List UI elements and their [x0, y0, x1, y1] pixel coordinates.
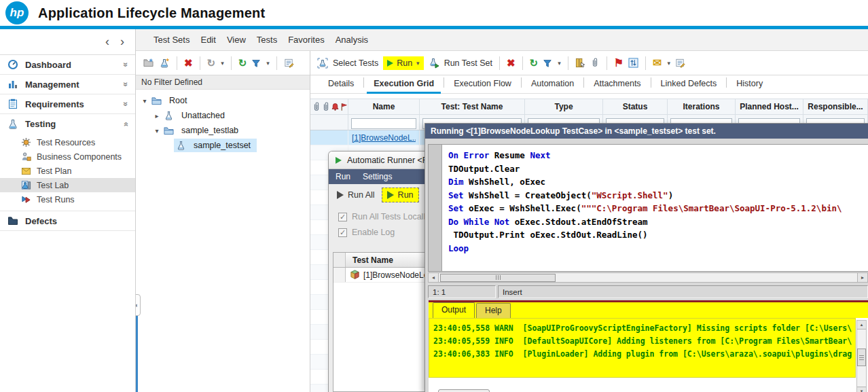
mail-icon[interactable]: ✉ — [653, 58, 662, 69]
paperclip-icon[interactable] — [590, 58, 600, 68]
runner-run-button[interactable]: Run — [382, 188, 419, 202]
comments-icon[interactable] — [284, 58, 294, 68]
dropdown-caret-icon[interactable]: ▾ — [558, 60, 561, 67]
collapse-icon[interactable]: ▾ — [152, 127, 162, 135]
partially-visible-button[interactable] — [438, 389, 490, 392]
run-all-button[interactable]: Run All — [337, 190, 375, 200]
sidebar-item-label: Test Resources — [37, 138, 95, 147]
scrollbar-thumb[interactable] — [440, 274, 556, 282]
column-header-planned-host[interactable]: Planned Host... — [736, 99, 803, 115]
tab-execution-grid[interactable]: Execution Grid — [364, 75, 444, 93]
runner-menu-settings[interactable]: Settings — [363, 172, 392, 181]
delete-icon[interactable]: ✖ — [184, 58, 193, 68]
column-header-status[interactable]: Status — [603, 99, 668, 115]
scroll-down-icon[interactable]: ▾ — [857, 387, 866, 392]
sidebar-item-business-components[interactable]: Business Components — [0, 149, 135, 164]
code-line: Set WshShell = CreateObject("WScript.She… — [448, 189, 842, 202]
run-test-set-icon[interactable] — [429, 58, 439, 69]
tab-attachments[interactable]: Attachments — [584, 75, 650, 93]
vbscript-code[interactable]: On Error Resume NextTDOutput.ClearDim Ws… — [442, 145, 842, 271]
checkbox-run-all-tests-locally[interactable]: ✓ — [338, 213, 347, 221]
scroll-left-icon[interactable]: ◂ — [429, 273, 439, 282]
sidebar-item-management[interactable]: Management» — [0, 75, 135, 94]
select-tests-button[interactable]: Select Tests — [333, 58, 378, 68]
sidebar-item-label: Management — [25, 79, 124, 90]
forward-icon[interactable]: › — [120, 35, 124, 49]
columns-icon[interactable] — [575, 58, 585, 68]
output-tab-output[interactable]: Output — [433, 302, 475, 318]
test-name-column-header[interactable]: Test Name — [346, 253, 393, 267]
scroll-up-icon[interactable]: ▴ — [857, 321, 866, 329]
sidebar-item-test-resources[interactable]: Test Resources — [0, 135, 135, 149]
sidebar-item-test-lab[interactable]: Test Lab — [0, 178, 135, 192]
filter-icon[interactable] — [543, 58, 552, 68]
tree-node-unattached[interactable]: ▸Unattached — [136, 108, 310, 123]
menu-edit[interactable]: Edit — [200, 35, 215, 45]
script-editor[interactable]: On Error Resume NextTDOutput.ClearDim Ws… — [428, 144, 868, 272]
sidebar-item-test-plan[interactable]: Test Plan — [0, 164, 135, 178]
output-tab-bar: OutputHelp — [429, 302, 868, 318]
dropdown-caret-icon[interactable]: ▾ — [221, 60, 224, 67]
scrollbar-thumb[interactable] — [857, 349, 866, 366]
expand-icon[interactable]: ▸ — [152, 112, 162, 120]
column-header-name[interactable]: Name — [348, 99, 420, 115]
menu-tests[interactable]: Tests — [257, 35, 277, 45]
collapse-icon[interactable]: » — [122, 122, 131, 126]
new-folder-icon[interactable] — [143, 58, 154, 68]
run-test-set-button[interactable]: Run Test Set — [444, 58, 492, 68]
editor-mode: Insert — [498, 285, 868, 298]
collapse-icon[interactable]: ▾ — [140, 97, 149, 105]
sidebar-item-test-runs[interactable]: Test Runs — [0, 192, 135, 207]
column-header-test-test-name[interactable]: Test: Test Name — [420, 99, 525, 115]
sidebar-item-testing[interactable]: Testing» — [0, 114, 135, 134]
sort-icon[interactable] — [628, 58, 638, 68]
menu-analysis[interactable]: Analysis — [336, 35, 368, 45]
output-tab-help[interactable]: Help — [476, 303, 511, 318]
pane-collapse-handle[interactable]: ◂ — [136, 294, 141, 316]
dropdown-caret-icon[interactable]: ▾ — [266, 60, 270, 67]
output-log[interactable]: 23:40:05,558 WARN [SoapUIProGroovyScript… — [429, 318, 856, 378]
sidebar-item-dashboard[interactable]: Dashboard» — [0, 55, 135, 75]
running-dialog-titlebar[interactable]: Running <[1]BrowseNodeLookup TestCase> i… — [425, 124, 868, 139]
new-test-set-icon[interactable] — [159, 58, 170, 69]
tab-details[interactable]: Details — [319, 75, 363, 93]
expand-icon[interactable]: » — [122, 63, 131, 67]
menu-test-sets[interactable]: Test Sets — [153, 35, 189, 45]
tab-linked-defects[interactable]: Linked Defects — [651, 75, 727, 93]
menu-view[interactable]: View — [227, 35, 246, 45]
tab-automation[interactable]: Automation — [522, 75, 583, 93]
expand-icon[interactable]: » — [122, 82, 131, 87]
editor-horizontal-scrollbar[interactable]: ◂ ▸ — [428, 272, 868, 283]
run-button[interactable]: Run ▾ — [383, 56, 423, 70]
expand-icon[interactable]: » — [122, 102, 131, 107]
flag-icon[interactable]: ⚑ — [614, 58, 623, 69]
select-tests-icon[interactable] — [317, 58, 328, 69]
delete-icon[interactable]: ✖ — [507, 58, 516, 68]
tree-node-body: Root — [149, 94, 193, 107]
refresh-icon[interactable]: ↻ — [238, 58, 247, 68]
checkbox-enable-log[interactable]: ✓ — [338, 228, 347, 237]
comments-icon[interactable] — [675, 58, 685, 68]
output-vertical-scrollbar[interactable]: ▴ ▾ — [856, 320, 867, 392]
code-keyword: Loop — [448, 243, 469, 253]
tab-history[interactable]: History — [727, 75, 772, 93]
runner-menu-run[interactable]: Run — [336, 172, 350, 181]
column-header-iterations[interactable]: Iterations — [668, 99, 736, 115]
sidebar-item-requirements[interactable]: Requirements» — [0, 94, 135, 114]
filter-icon[interactable] — [251, 58, 261, 68]
tree-node-sample-testlab[interactable]: ▾sample_testlab — [136, 123, 310, 138]
column-header-responsible[interactable]: Responsible... — [803, 99, 868, 115]
column-filter-input[interactable] — [351, 118, 416, 129]
dropdown-caret-icon[interactable]: ▾ — [667, 60, 670, 67]
scroll-right-icon[interactable]: ▸ — [857, 273, 867, 282]
tab-execution-flow[interactable]: Execution Flow — [444, 75, 521, 93]
run-history-icon[interactable]: ↻ — [207, 58, 216, 68]
menu-favorites[interactable]: Favorites — [288, 35, 324, 45]
sidebar-item-defects[interactable]: Defects — [0, 211, 135, 231]
refresh-icon[interactable]: ↻ — [530, 58, 539, 68]
back-icon[interactable]: ‹ — [105, 35, 109, 49]
tree-node-sample-testset[interactable]: sample_testset — [136, 138, 310, 153]
column-header-type[interactable]: Type — [525, 99, 603, 115]
tree-node-root[interactable]: ▾Root — [136, 93, 310, 108]
test-instance-link[interactable]: [1]BrowseNodeL... — [352, 133, 416, 143]
